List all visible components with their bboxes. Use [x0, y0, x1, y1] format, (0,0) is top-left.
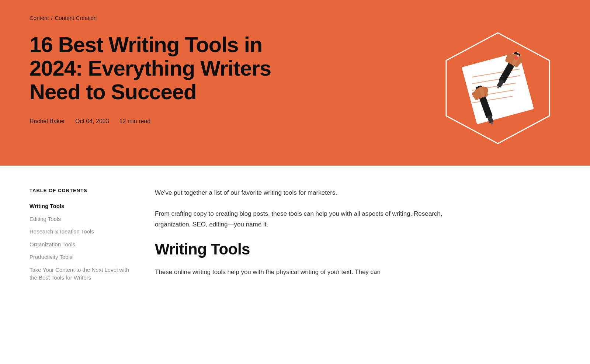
table-of-contents: TABLE OF CONTENTS Writing Tools Editing …: [30, 188, 133, 283]
toc-item-editing-tools[interactable]: Editing Tools: [30, 214, 133, 225]
read-time: 12 min read: [119, 118, 151, 125]
writing-tools-intro: These online writing tools help you with…: [155, 267, 457, 278]
toc-item-research-ideation-tools[interactable]: Research & Ideation Tools: [30, 226, 133, 238]
breadcrumb: Content / Content Creation: [30, 15, 560, 21]
toc-item-writing-tools[interactable]: Writing Tools: [30, 201, 133, 212]
toc-list: Writing Tools Editing Tools Research & I…: [30, 201, 133, 283]
page-title: 16 Best Writing Tools in 2024: Everythin…: [30, 33, 280, 103]
breadcrumb-current[interactable]: Content Creation: [55, 15, 97, 21]
hero-text-block: 16 Best Writing Tools in 2024: Everythin…: [30, 33, 280, 125]
main-content: TABLE OF CONTENTS Writing Tools Editing …: [0, 166, 590, 305]
toc-item-productivity-tools[interactable]: Productivity Tools: [30, 252, 133, 263]
breadcrumb-separator: /: [51, 15, 53, 21]
intro-paragraph-2: From crafting copy to creating blog post…: [155, 209, 457, 230]
hero-illustration: [435, 29, 560, 147]
svg-point-24: [517, 55, 519, 57]
toc-item-conclusion[interactable]: Take Your Content to the Next Level with…: [30, 264, 133, 283]
article-body: We've put together a list of our favorit…: [155, 188, 457, 283]
hero-section: Content / Content Creation 16 Best Writi…: [0, 0, 590, 166]
writing-tools-heading: Writing Tools: [155, 240, 457, 258]
author-name: Rachel Baker: [30, 118, 65, 125]
hero-content: 16 Best Writing Tools in 2024: Everythin…: [30, 33, 560, 147]
breadcrumb-parent[interactable]: Content: [30, 15, 49, 21]
toc-item-organization-tools[interactable]: Organization Tools: [30, 239, 133, 250]
hero-meta: Rachel Baker Oct 04, 2023 12 min read: [30, 118, 280, 125]
toc-heading: TABLE OF CONTENTS: [30, 188, 133, 193]
intro-paragraph-1: We've put together a list of our favorit…: [155, 188, 457, 198]
publish-date: Oct 04, 2023: [75, 118, 109, 125]
